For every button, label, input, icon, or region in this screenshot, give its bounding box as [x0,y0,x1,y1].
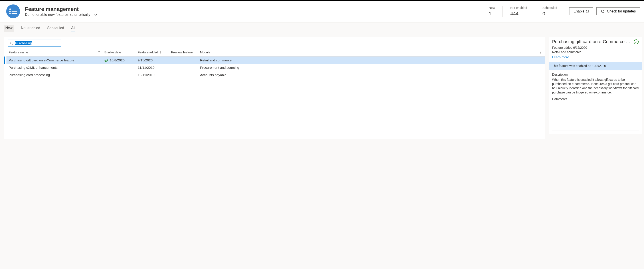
table-row[interactable]: Purchasing gift card on e-Commerce featu… [6,56,545,64]
cell-name: Purchasing card processing [9,73,104,77]
sort-asc-icon [98,51,100,54]
stat-not-enabled[interactable]: Not enabled 444 [502,6,535,17]
refresh-icon [600,9,604,13]
cell-name: Purchasing gift card on e-Commerce featu… [9,58,104,62]
col-preview[interactable]: Preview feature [171,50,200,54]
enabled-check-icon [104,58,108,62]
col-enable-date[interactable]: Enable date [104,50,138,54]
stats-block: New 1 Not enabled 444 Scheduled 0 [481,6,565,17]
comments-label: Comments [552,97,639,101]
tab-new[interactable]: New [4,25,14,32]
page-title: Feature management [25,6,98,12]
tabs: New Not enabled Scheduled All [0,22,644,32]
stat-new[interactable]: New 1 [481,6,502,17]
tab-all[interactable]: All [71,25,75,32]
cell-added: 9/15/2020 [138,58,171,62]
svg-point-3 [10,9,11,10]
svg-point-5 [10,13,11,14]
detail-panel: Purchasing gift card on e-Commerce f… Fe… [549,37,642,134]
description-text: When this feature is enabled it allows g… [552,78,639,94]
grid-header: Feature name Enable date Feature added P… [6,48,545,56]
grid-more-icon[interactable] [538,50,543,55]
svg-line-7 [12,44,13,44]
detail-title: Purchasing gift card on e-Commerce f… [552,39,631,44]
cell-name: Purchasing cXML enhancements [9,66,104,70]
filter-input[interactable]: Purchasing [15,41,32,45]
cell-enable-date: 10/8/2020 [104,58,138,62]
sort-desc-icon [159,51,162,54]
cell-module: Accounts payable [200,73,538,77]
comments-input[interactable] [552,103,639,131]
cell-added: 10/11/2019 [138,73,171,77]
chevron-down-icon [94,13,98,16]
detail-module: Retail and commerce [549,50,642,55]
tab-scheduled[interactable]: Scheduled [47,25,64,32]
cell-module: Procurement and sourcing [200,66,538,70]
cell-module: Retail and commerce [200,58,538,62]
page-header: Feature management Do not enable new fea… [0,1,644,22]
detail-added: Feature added 9/15/2020 [549,46,642,50]
stat-scheduled[interactable]: Scheduled 0 [535,6,565,17]
feature-grid: Purchasing Feature name Enable date Feat… [4,37,545,139]
search-icon [10,42,13,45]
filter-input-wrap[interactable]: Purchasing [8,40,61,46]
col-module[interactable]: Module [200,50,538,54]
description-label: Description [552,73,639,76]
cell-added: 11/11/2019 [138,66,171,70]
feature-list-icon [6,4,20,18]
list-icon [9,8,17,14]
tab-not-enabled[interactable]: Not enabled [21,25,40,32]
learn-more-link[interactable]: Learn more [552,55,569,59]
check-updates-button[interactable]: Check for updates [596,7,640,15]
auto-enable-label: Do not enable new features automatically [25,13,90,17]
svg-point-6 [10,42,12,44]
col-feature-added[interactable]: Feature added [138,50,171,54]
auto-enable-dropdown[interactable]: Do not enable new features automatically [25,13,98,17]
enabled-banner: This feature was enabled on 10/8/2020 [549,62,642,70]
svg-point-9 [634,40,638,44]
table-row[interactable]: Purchasing cXML enhancements 11/11/2019 … [6,64,545,71]
table-row[interactable]: Purchasing card processing 10/11/2019 Ac… [6,71,545,78]
enable-all-button[interactable]: Enable all [569,7,593,15]
col-feature-name[interactable]: Feature name [9,50,104,54]
enabled-status-icon [634,39,639,44]
svg-point-4 [10,11,11,12]
